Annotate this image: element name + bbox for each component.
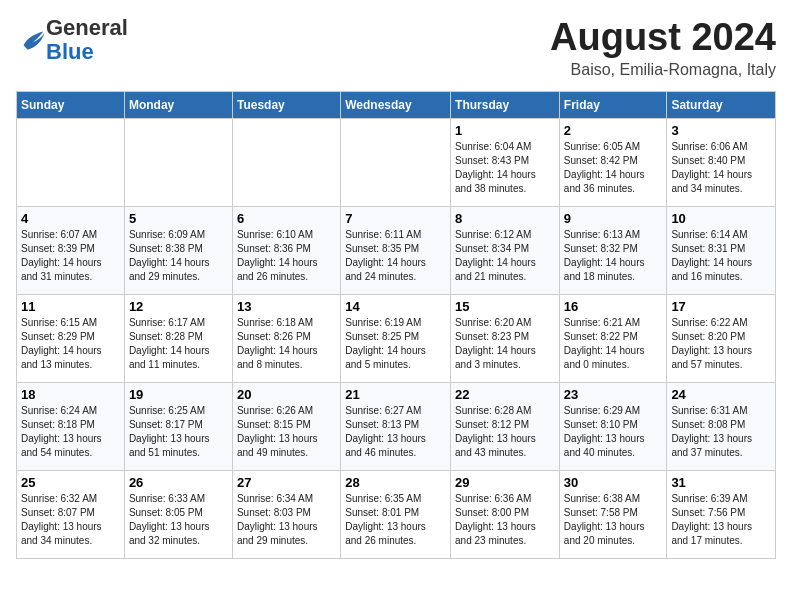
calendar-cell: 25Sunrise: 6:32 AMSunset: 8:07 PMDayligh… [17, 471, 125, 559]
day-number: 19 [129, 387, 228, 402]
day-number: 7 [345, 211, 446, 226]
calendar-cell [232, 119, 340, 207]
day-info: Sunrise: 6:15 AMSunset: 8:29 PMDaylight:… [21, 316, 120, 372]
day-number: 9 [564, 211, 663, 226]
day-info: Sunrise: 6:24 AMSunset: 8:18 PMDaylight:… [21, 404, 120, 460]
calendar-cell: 13Sunrise: 6:18 AMSunset: 8:26 PMDayligh… [232, 295, 340, 383]
day-info: Sunrise: 6:29 AMSunset: 8:10 PMDaylight:… [564, 404, 663, 460]
day-number: 20 [237, 387, 336, 402]
day-info: Sunrise: 6:13 AMSunset: 8:32 PMDaylight:… [564, 228, 663, 284]
weekday-header-tuesday: Tuesday [232, 92, 340, 119]
day-info: Sunrise: 6:27 AMSunset: 8:13 PMDaylight:… [345, 404, 446, 460]
day-info: Sunrise: 6:09 AMSunset: 8:38 PMDaylight:… [129, 228, 228, 284]
calendar-cell: 28Sunrise: 6:35 AMSunset: 8:01 PMDayligh… [341, 471, 451, 559]
day-info: Sunrise: 6:28 AMSunset: 8:12 PMDaylight:… [455, 404, 555, 460]
calendar-cell: 26Sunrise: 6:33 AMSunset: 8:05 PMDayligh… [124, 471, 232, 559]
calendar-week-row: 11Sunrise: 6:15 AMSunset: 8:29 PMDayligh… [17, 295, 776, 383]
day-number: 6 [237, 211, 336, 226]
calendar-cell: 14Sunrise: 6:19 AMSunset: 8:25 PMDayligh… [341, 295, 451, 383]
calendar-cell: 11Sunrise: 6:15 AMSunset: 8:29 PMDayligh… [17, 295, 125, 383]
weekday-header-wednesday: Wednesday [341, 92, 451, 119]
day-number: 16 [564, 299, 663, 314]
day-info: Sunrise: 6:14 AMSunset: 8:31 PMDaylight:… [671, 228, 771, 284]
calendar-cell [341, 119, 451, 207]
calendar-cell: 20Sunrise: 6:26 AMSunset: 8:15 PMDayligh… [232, 383, 340, 471]
calendar-cell: 17Sunrise: 6:22 AMSunset: 8:20 PMDayligh… [667, 295, 776, 383]
day-info: Sunrise: 6:25 AMSunset: 8:17 PMDaylight:… [129, 404, 228, 460]
calendar-cell: 7Sunrise: 6:11 AMSunset: 8:35 PMDaylight… [341, 207, 451, 295]
page-header: General Blue August 2024 Baiso, Emilia-R… [16, 16, 776, 79]
day-info: Sunrise: 6:21 AMSunset: 8:22 PMDaylight:… [564, 316, 663, 372]
day-info: Sunrise: 6:17 AMSunset: 8:28 PMDaylight:… [129, 316, 228, 372]
day-info: Sunrise: 6:31 AMSunset: 8:08 PMDaylight:… [671, 404, 771, 460]
day-number: 21 [345, 387, 446, 402]
calendar-cell: 1Sunrise: 6:04 AMSunset: 8:43 PMDaylight… [451, 119, 560, 207]
calendar-cell: 3Sunrise: 6:06 AMSunset: 8:40 PMDaylight… [667, 119, 776, 207]
day-info: Sunrise: 6:36 AMSunset: 8:00 PMDaylight:… [455, 492, 555, 548]
day-info: Sunrise: 6:20 AMSunset: 8:23 PMDaylight:… [455, 316, 555, 372]
day-number: 28 [345, 475, 446, 490]
day-number: 3 [671, 123, 771, 138]
calendar-cell: 21Sunrise: 6:27 AMSunset: 8:13 PMDayligh… [341, 383, 451, 471]
calendar-cell: 4Sunrise: 6:07 AMSunset: 8:39 PMDaylight… [17, 207, 125, 295]
calendar-cell: 16Sunrise: 6:21 AMSunset: 8:22 PMDayligh… [559, 295, 667, 383]
calendar-cell: 27Sunrise: 6:34 AMSunset: 8:03 PMDayligh… [232, 471, 340, 559]
day-number: 15 [455, 299, 555, 314]
day-info: Sunrise: 6:39 AMSunset: 7:56 PMDaylight:… [671, 492, 771, 548]
weekday-header-monday: Monday [124, 92, 232, 119]
day-info: Sunrise: 6:35 AMSunset: 8:01 PMDaylight:… [345, 492, 446, 548]
day-info: Sunrise: 6:06 AMSunset: 8:40 PMDaylight:… [671, 140, 771, 196]
day-number: 24 [671, 387, 771, 402]
day-number: 26 [129, 475, 228, 490]
calendar-cell: 15Sunrise: 6:20 AMSunset: 8:23 PMDayligh… [451, 295, 560, 383]
day-info: Sunrise: 6:33 AMSunset: 8:05 PMDaylight:… [129, 492, 228, 548]
calendar-week-row: 1Sunrise: 6:04 AMSunset: 8:43 PMDaylight… [17, 119, 776, 207]
day-number: 12 [129, 299, 228, 314]
weekday-header-friday: Friday [559, 92, 667, 119]
title-block: August 2024 Baiso, Emilia-Romagna, Italy [550, 16, 776, 79]
day-info: Sunrise: 6:32 AMSunset: 8:07 PMDaylight:… [21, 492, 120, 548]
day-info: Sunrise: 6:22 AMSunset: 8:20 PMDaylight:… [671, 316, 771, 372]
calendar-table: SundayMondayTuesdayWednesdayThursdayFrid… [16, 91, 776, 559]
day-number: 18 [21, 387, 120, 402]
calendar-cell: 30Sunrise: 6:38 AMSunset: 7:58 PMDayligh… [559, 471, 667, 559]
day-info: Sunrise: 6:04 AMSunset: 8:43 PMDaylight:… [455, 140, 555, 196]
calendar-cell: 8Sunrise: 6:12 AMSunset: 8:34 PMDaylight… [451, 207, 560, 295]
calendar-cell: 22Sunrise: 6:28 AMSunset: 8:12 PMDayligh… [451, 383, 560, 471]
calendar-cell: 5Sunrise: 6:09 AMSunset: 8:38 PMDaylight… [124, 207, 232, 295]
calendar-week-row: 25Sunrise: 6:32 AMSunset: 8:07 PMDayligh… [17, 471, 776, 559]
day-info: Sunrise: 6:38 AMSunset: 7:58 PMDaylight:… [564, 492, 663, 548]
day-number: 1 [455, 123, 555, 138]
calendar-cell: 18Sunrise: 6:24 AMSunset: 8:18 PMDayligh… [17, 383, 125, 471]
day-number: 22 [455, 387, 555, 402]
day-info: Sunrise: 6:10 AMSunset: 8:36 PMDaylight:… [237, 228, 336, 284]
day-number: 23 [564, 387, 663, 402]
day-number: 11 [21, 299, 120, 314]
weekday-header-row: SundayMondayTuesdayWednesdayThursdayFrid… [17, 92, 776, 119]
day-info: Sunrise: 6:07 AMSunset: 8:39 PMDaylight:… [21, 228, 120, 284]
calendar-week-row: 18Sunrise: 6:24 AMSunset: 8:18 PMDayligh… [17, 383, 776, 471]
day-info: Sunrise: 6:11 AMSunset: 8:35 PMDaylight:… [345, 228, 446, 284]
calendar-cell [17, 119, 125, 207]
day-number: 29 [455, 475, 555, 490]
day-info: Sunrise: 6:18 AMSunset: 8:26 PMDaylight:… [237, 316, 336, 372]
day-number: 31 [671, 475, 771, 490]
day-number: 30 [564, 475, 663, 490]
day-number: 2 [564, 123, 663, 138]
calendar-cell: 2Sunrise: 6:05 AMSunset: 8:42 PMDaylight… [559, 119, 667, 207]
calendar-cell: 19Sunrise: 6:25 AMSunset: 8:17 PMDayligh… [124, 383, 232, 471]
day-number: 25 [21, 475, 120, 490]
calendar-cell: 10Sunrise: 6:14 AMSunset: 8:31 PMDayligh… [667, 207, 776, 295]
calendar-cell: 9Sunrise: 6:13 AMSunset: 8:32 PMDaylight… [559, 207, 667, 295]
day-number: 14 [345, 299, 446, 314]
calendar-cell: 12Sunrise: 6:17 AMSunset: 8:28 PMDayligh… [124, 295, 232, 383]
weekday-header-sunday: Sunday [17, 92, 125, 119]
day-number: 8 [455, 211, 555, 226]
day-info: Sunrise: 6:05 AMSunset: 8:42 PMDaylight:… [564, 140, 663, 196]
day-number: 17 [671, 299, 771, 314]
calendar-cell: 29Sunrise: 6:36 AMSunset: 8:00 PMDayligh… [451, 471, 560, 559]
calendar-cell: 6Sunrise: 6:10 AMSunset: 8:36 PMDaylight… [232, 207, 340, 295]
calendar-cell [124, 119, 232, 207]
day-info: Sunrise: 6:19 AMSunset: 8:25 PMDaylight:… [345, 316, 446, 372]
calendar-week-row: 4Sunrise: 6:07 AMSunset: 8:39 PMDaylight… [17, 207, 776, 295]
